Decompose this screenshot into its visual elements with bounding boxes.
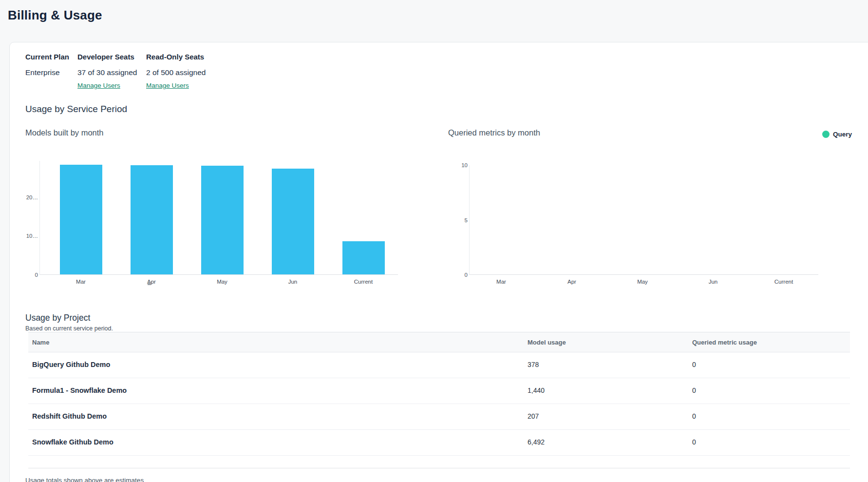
models-built-chart-title: Models built by month — [25, 128, 104, 137]
column-header-queried-metric-usage: Queried metric usage — [692, 339, 757, 346]
current-plan-value: Enterprise — [25, 68, 60, 77]
bar-jun — [272, 169, 314, 274]
model-usage-cell: 1,440 — [528, 386, 545, 394]
y-axis-tick-label: 20… — [14, 194, 38, 201]
stray-pixel-artifact — [148, 282, 151, 285]
table-bottom-divider — [28, 468, 850, 468]
x-axis-label: Current — [339, 279, 388, 285]
queried-metrics-chart: 0510MarAprMayJunCurrent — [469, 165, 818, 275]
table-row: Formula1 - Snowflake Demo1,4400 — [28, 378, 850, 404]
readonly-seats-value: 2 of 500 assigned — [146, 68, 206, 77]
project-name-cell: Formula1 - Snowflake Demo — [32, 386, 127, 394]
legend-swatch-icon — [822, 131, 830, 138]
developer-seats-label: Developer Seats — [77, 53, 134, 61]
x-axis-label: Mar — [57, 279, 105, 285]
project-name-cell: Snowflake Github Demo — [32, 438, 113, 446]
x-axis-label: May — [618, 279, 667, 285]
table-row: Redshift Github Demo2070 — [28, 404, 850, 430]
x-axis-label: Apr — [127, 279, 176, 285]
bar-mar — [60, 165, 102, 274]
model-usage-cell: 378 — [528, 361, 539, 368]
queried-metric-usage-cell: 0 — [692, 361, 696, 368]
x-axis-label: Current — [759, 279, 808, 285]
project-name-cell: BigQuery Github Demo — [32, 361, 110, 368]
queried-metric-usage-cell: 0 — [692, 386, 696, 394]
x-axis-label: May — [198, 279, 246, 285]
x-axis-label: Apr — [547, 279, 596, 285]
table-row: Snowflake Github Demo6,4920 — [28, 430, 850, 456]
bar-may — [201, 166, 244, 274]
x-axis-label: Jun — [689, 279, 737, 285]
y-axis-tick-label: 10… — [14, 232, 38, 239]
manage-users-link-readonly[interactable]: Manage Users — [146, 82, 189, 89]
y-axis-tick-label: 10 — [443, 162, 468, 169]
x-axis-label: Jun — [268, 279, 317, 285]
usage-estimates-note: Usage totals shown above are estimates — [25, 477, 144, 482]
model-usage-cell: 6,492 — [528, 438, 545, 446]
page-title: Billing & Usage — [8, 8, 102, 23]
x-axis-label: Mar — [477, 279, 526, 285]
queried-metric-usage-cell: 0 — [692, 438, 696, 446]
developer-seats-value: 37 of 30 assigned — [77, 68, 137, 77]
queried-metric-usage-cell: 0 — [692, 412, 696, 420]
usage-by-project-heading: Usage by Project — [25, 313, 90, 323]
y-axis-tick-label: 0 — [14, 271, 38, 278]
model-usage-cell: 207 — [528, 412, 539, 420]
queried-metrics-chart-title: Queried metrics by month — [448, 128, 540, 137]
usage-by-project-subheading: Based on current service period. — [25, 325, 113, 332]
usage-by-service-period-heading: Usage by Service Period — [25, 104, 127, 115]
y-axis-tick-label: 5 — [443, 217, 468, 224]
project-name-cell: Redshift Github Demo — [32, 412, 107, 420]
current-plan-label: Current Plan — [25, 53, 69, 61]
legend-item-query[interactable]: Query — [822, 131, 852, 138]
column-header-model-usage: Model usage — [528, 339, 566, 346]
bar-current — [342, 241, 385, 274]
models-built-chart: 010…20…MarAprMayJunCurrent — [39, 161, 398, 275]
readonly-seats-label: Read-Only Seats — [146, 53, 204, 61]
y-axis-tick-label: 0 — [443, 271, 468, 278]
table-header-row: Name Model usage Queried metric usage — [28, 332, 850, 352]
bar-apr — [131, 165, 173, 274]
table-row: BigQuery Github Demo3780 — [28, 352, 850, 378]
column-header-name: Name — [32, 339, 49, 346]
legend-label: Query — [833, 131, 852, 138]
manage-users-link-developer[interactable]: Manage Users — [77, 82, 120, 89]
